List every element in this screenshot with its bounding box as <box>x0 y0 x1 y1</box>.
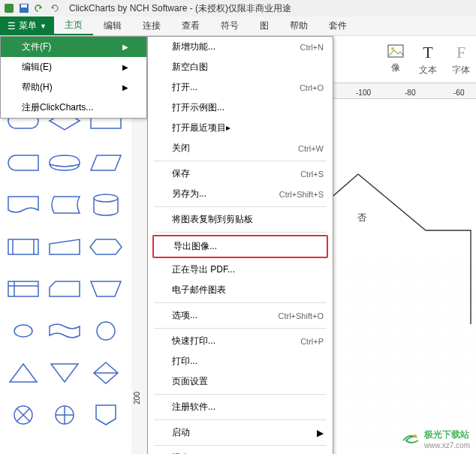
shape-internal-storage[interactable] <box>5 270 41 308</box>
shape-connector[interactable] <box>88 312 125 350</box>
menu-item-exit[interactable]: 退出(E)Alt+F4 <box>148 448 333 454</box>
save-icon[interactable] <box>18 2 30 14</box>
menu-item-label: 编辑(E) <box>22 61 52 74</box>
shape-sum[interactable] <box>46 396 83 434</box>
shape-tape[interactable] <box>46 312 83 350</box>
tool-text[interactable]: T 文本 <box>419 43 437 77</box>
shortcut: Ctrl+S <box>300 170 324 179</box>
submenu-arrow-icon: ▶ <box>122 63 128 71</box>
shape-stored-data[interactable] <box>46 186 83 224</box>
shape-triangle-up[interactable] <box>5 354 41 392</box>
shape-triangle-down[interactable] <box>46 354 83 392</box>
shape-predefined[interactable] <box>5 228 41 266</box>
tab-symbol[interactable]: 符号 <box>210 17 249 35</box>
undo-icon[interactable] <box>33 2 45 14</box>
menu-item-export-pdf[interactable]: 正在导出 PDF... <box>148 260 333 280</box>
menu-item-label: 打开... <box>172 81 197 94</box>
svg-rect-11 <box>8 281 38 296</box>
tab-help[interactable]: 帮助 <box>279 17 318 35</box>
svg-point-7 <box>94 194 118 202</box>
tool-image[interactable]: 像 <box>387 44 404 74</box>
shape-card[interactable] <box>46 270 83 308</box>
tab-edit[interactable]: 编辑 <box>93 17 132 35</box>
menu-item-label: 文件(F) <box>22 41 51 53</box>
horizontal-ruler: -100 -80 -60 <box>333 83 476 99</box>
tab-connect[interactable]: 连接 <box>132 17 171 35</box>
shape-manual-input[interactable] <box>46 228 83 266</box>
menu-item-label: 导出图像... <box>173 240 217 253</box>
menu-item-save[interactable]: 保存Ctrl+S <box>148 164 333 184</box>
titlebar: ClickCharts by NCH Software - (未授权)仅限非商业… <box>0 0 476 17</box>
menu-item-new[interactable]: 新增功能...Ctrl+N <box>148 37 333 57</box>
menu-item-label: 选项... <box>172 309 197 322</box>
main-menu-button[interactable]: ☰ 菜单 ▼ <box>0 17 54 35</box>
tab-view[interactable]: 查看 <box>171 17 210 35</box>
menu-separator <box>154 445 327 446</box>
menu-item-register[interactable]: 注册ClickCharts... <box>1 98 146 118</box>
menu-item-open-recent[interactable]: 打开最近项目▸ <box>148 118 333 138</box>
menu-item-help[interactable]: 帮助(H) ▶ <box>1 77 146 98</box>
shape-display[interactable] <box>46 144 83 182</box>
shape-preparation[interactable] <box>88 228 125 266</box>
menu-item-copy-clipboard[interactable]: 将图表复制到剪贴板 <box>148 209 333 230</box>
menu-item-launch[interactable]: 启动▶ <box>148 422 333 443</box>
menu-item-label: 关闭 <box>172 142 190 155</box>
app-icon <box>3 2 15 14</box>
menu-item-options[interactable]: 选项...Ctrl+Shift+O <box>148 305 333 326</box>
menu-item-new-blank[interactable]: 新空白图 <box>148 57 333 77</box>
shape-document[interactable] <box>5 186 41 224</box>
menu-item-label: 电子邮件图表 <box>172 284 226 296</box>
menu-item-label: 注册ClickCharts... <box>22 101 93 114</box>
menu-item-label: 保存 <box>172 167 190 180</box>
shape-or[interactable] <box>5 396 41 434</box>
ruler-tick: -60 <box>453 89 464 97</box>
tab-home[interactable]: 主页 <box>54 17 93 35</box>
redo-icon[interactable] <box>48 2 60 14</box>
shape-connector-small[interactable] <box>5 312 41 350</box>
menu-separator <box>154 161 327 161</box>
menu-item-label: 页面设置 <box>172 375 208 388</box>
menu-separator <box>154 232 327 233</box>
menu-item-edit[interactable]: 编辑(E) ▶ <box>1 57 146 77</box>
menu-item-quick-print[interactable]: 快速打印...Ctrl+P <box>148 331 333 351</box>
menu-item-open[interactable]: 打开...Ctrl+O <box>148 77 333 98</box>
menu-item-email[interactable]: 电子邮件图表 <box>148 280 333 300</box>
svg-point-14 <box>14 325 32 337</box>
font-icon: F <box>456 43 465 62</box>
shape-database[interactable] <box>88 186 125 224</box>
menu-item-close[interactable]: 关闭Ctrl+W <box>148 138 333 158</box>
shape-sort[interactable] <box>88 354 125 392</box>
image-icon <box>387 44 404 60</box>
menu-item-save-as[interactable]: 另存为...Ctrl+Shift+S <box>148 184 333 204</box>
menu-item-export-image[interactable]: 导出图像... <box>154 236 327 257</box>
shape-delay-left[interactable] <box>5 144 41 182</box>
tab-suite[interactable]: 套件 <box>318 17 357 35</box>
tool-font[interactable]: F 字体 <box>452 43 470 77</box>
menu-item-label: 打开示例图... <box>172 101 224 114</box>
shape-manual-op[interactable] <box>88 270 125 308</box>
file-submenu: 新增功能...Ctrl+N 新空白图 打开...Ctrl+O 打开示例图... … <box>147 36 333 454</box>
menu-item-open-example[interactable]: 打开示例图... <box>148 98 333 118</box>
highlight-annotation: 导出图像... <box>152 235 328 258</box>
ruler-tick: -100 <box>356 89 371 97</box>
menu-strip: ☰ 菜单 ▼ 主页 编辑 连接 查看 符号 图 帮助 套件 <box>0 17 476 36</box>
decision-label-no: 否 <box>357 212 366 224</box>
vertical-ruler: 200 <box>131 99 148 454</box>
window-title: ClickCharts by NCH Software - (未授权)仅限非商业… <box>69 2 291 15</box>
hamburger-icon: ☰ <box>8 21 16 32</box>
menu-item-print[interactable]: 打印... <box>148 351 333 371</box>
menu-separator <box>154 302 327 303</box>
tab-diagram[interactable]: 图 <box>249 17 279 35</box>
watermark-url: www.xz7.com <box>424 441 470 449</box>
menu-item-page-setup[interactable]: 页面设置 <box>148 371 333 392</box>
shape-data[interactable] <box>88 144 125 182</box>
menu-separator <box>154 206 327 207</box>
svg-point-23 <box>414 434 417 437</box>
shape-offpage[interactable] <box>88 396 125 434</box>
menu-item-file[interactable]: 文件(F) ▶ <box>1 37 146 57</box>
shortcut: Ctrl+W <box>298 144 324 153</box>
watermark-logo-icon <box>400 430 421 448</box>
main-menu-label: 菜单 <box>19 20 37 32</box>
svg-rect-0 <box>5 4 14 13</box>
menu-item-register-software[interactable]: 注册软件... <box>148 397 333 417</box>
